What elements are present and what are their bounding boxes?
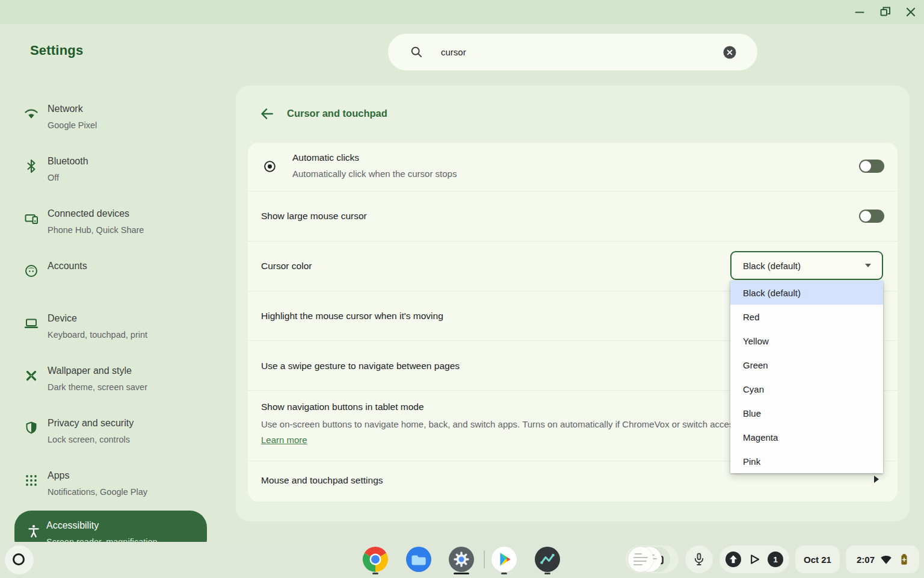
calendar-date-button[interactable]: Oct 21 (795, 545, 840, 573)
automatic-clicks-title: Automatic clicks (292, 152, 359, 163)
shelf: 1 Oct 21 2:07 (0, 542, 924, 578)
dropdown-option-green[interactable]: Green (730, 353, 883, 377)
screenshot-preview[interactable] (628, 547, 653, 572)
sidebar-item-apps[interactable]: AppsNotifications, Google Play (24, 468, 223, 499)
close-button[interactable] (904, 5, 918, 19)
cursor-color-value: Black (default) (743, 261, 865, 271)
dropdown-option-pink[interactable]: Pink (730, 449, 883, 473)
cursor-color-dropdown[interactable]: Black (default) (730, 251, 883, 280)
shelf-separator (484, 550, 485, 568)
account-icon (24, 264, 38, 278)
show-large-cursor-toggle[interactable] (859, 210, 884, 223)
analytics-app-icon[interactable] (534, 546, 561, 573)
wallpaper-brush-icon (24, 368, 38, 383)
close-icon (904, 5, 918, 19)
back-arrow-icon (259, 105, 276, 122)
dropdown-option-black[interactable]: Black (default) (730, 281, 883, 305)
learn-more-link[interactable]: Learn more (261, 435, 307, 445)
battery-icon (898, 553, 911, 566)
mouse-settings-label: Mouse and touchpad settings (261, 475, 383, 486)
play-store-app-icon[interactable] (491, 546, 517, 573)
clear-icon (722, 45, 737, 60)
notification-count-badge: 1 (768, 552, 783, 567)
chevron-down-icon (865, 264, 871, 267)
dropdown-option-red[interactable]: Red (730, 305, 883, 329)
automatic-clicks-icon (263, 160, 277, 173)
sidebar-item-device[interactable]: DeviceKeyboard, touchpad, print (24, 311, 223, 342)
cursor-color-menu: Black (default) Red Yellow Green Cyan Bl… (730, 281, 883, 473)
active-indicator (454, 573, 469, 574)
launcher-button[interactable] (5, 545, 34, 574)
search-bar[interactable] (388, 34, 757, 70)
sidebar-item-wallpaper[interactable]: Wallpaper and styleDark theme, screen sa… (24, 363, 223, 394)
minimize-icon (852, 5, 867, 19)
search-icon (410, 45, 424, 60)
status-tray[interactable]: 2:07 (846, 545, 919, 573)
page-title: Cursor and touchpad (287, 108, 387, 119)
sidebar-item-connected-devices[interactable]: Connected devicesPhone Hub, Quick Share (24, 206, 223, 237)
swipe-gesture-label: Use a swipe gesture to navigate between … (261, 361, 460, 371)
clear-search-button[interactable] (722, 45, 737, 60)
sidebar-item-bluetooth[interactable]: BluetoothOff (24, 154, 223, 185)
dropdown-option-magenta[interactable]: Magenta (730, 425, 883, 449)
files-app-icon[interactable] (405, 546, 432, 573)
wifi-status-icon (879, 553, 893, 566)
chrome-app-icon[interactable] (362, 546, 389, 573)
sidebar-item-network[interactable]: NetworkGoogle Pixel (24, 101, 223, 132)
clock: 2:07 (857, 555, 875, 565)
dropdown-option-cyan[interactable]: Cyan (730, 377, 883, 401)
nav-buttons-title: Show navigation buttons in tablet mode (261, 402, 424, 412)
dictation-button[interactable] (685, 545, 713, 573)
sidebar-item-accounts[interactable]: Accounts (24, 258, 223, 278)
toggle-knob (860, 211, 871, 222)
automatic-clicks-toggle[interactable] (859, 160, 884, 173)
divider (248, 191, 898, 191)
running-indicator (501, 573, 507, 574)
toggle-knob (860, 161, 871, 172)
app-title: Settings (30, 43, 83, 58)
search-input[interactable] (441, 47, 722, 57)
sidebar-item-privacy[interactable]: Privacy and securityLock screen, control… (24, 415, 223, 447)
microphone-icon (692, 552, 706, 567)
highlight-cursor-label: Highlight the mouse cursor when it's mov… (261, 311, 443, 322)
divider (248, 241, 898, 241)
show-large-cursor-label: Show large mouse cursor (261, 211, 367, 222)
restore-button[interactable] (878, 5, 893, 19)
holding-space-tray[interactable] (626, 545, 679, 573)
cursor-color-label: Cursor color (261, 261, 312, 272)
update-arrow-icon (725, 552, 741, 567)
bluetooth-icon (24, 159, 38, 173)
dropdown-option-yellow[interactable]: Yellow (730, 329, 883, 353)
laptop-icon (24, 316, 38, 331)
restore-icon (878, 5, 893, 19)
notification-tray[interactable]: 1 (719, 545, 789, 573)
apps-grid-icon (24, 473, 38, 488)
accessibility-icon (26, 524, 41, 538)
nav-buttons-subtitle: Use on-screen buttons to navigate home, … (261, 417, 790, 448)
running-indicator (544, 573, 550, 574)
back-button[interactable] (259, 105, 276, 122)
chromeos-screen: Settings NetworkGoogle Pixel Blueto (0, 0, 924, 578)
shield-icon (24, 421, 38, 435)
launcher-icon (13, 553, 25, 565)
connected-devices-icon (24, 211, 38, 226)
wifi-icon (24, 107, 38, 121)
play-store-outline-icon (747, 552, 762, 567)
automatic-clicks-subtitle: Automatically click when the cursor stop… (292, 169, 457, 179)
minimize-button[interactable] (852, 5, 867, 19)
chevron-right-icon[interactable] (874, 476, 879, 483)
dropdown-option-blue[interactable]: Blue (730, 401, 883, 425)
window-titlebar (0, 0, 924, 24)
settings-app-icon[interactable] (448, 546, 475, 573)
running-indicator (372, 573, 378, 574)
